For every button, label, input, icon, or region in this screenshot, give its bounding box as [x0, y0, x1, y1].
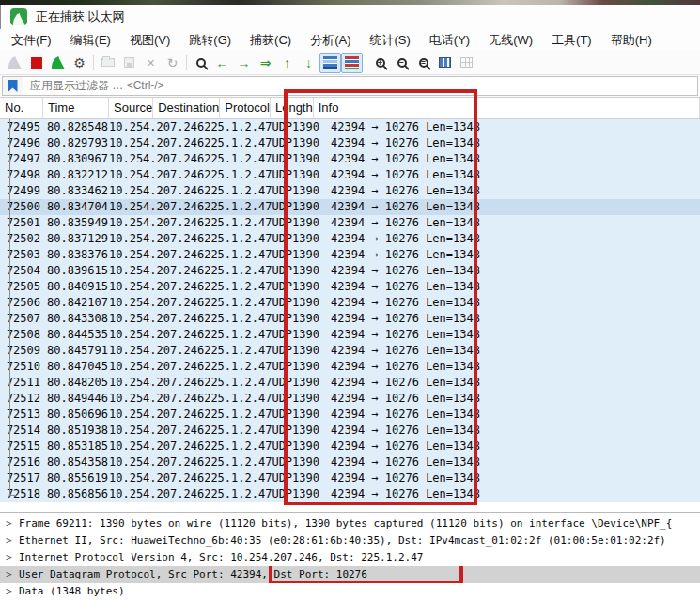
- wireshark-window: { "title_bar": { "title": "正在捕获 以太网" }, …: [0, 0, 700, 602]
- cell-protocol: UDP: [272, 231, 292, 247]
- cell-source: 10.254.207.246: [109, 295, 204, 311]
- packet-row[interactable]: 7250280.83712910.254.207.246225.1.2.47UD…: [0, 231, 700, 247]
- packet-row[interactable]: 7250480.83961510.254.207.246225.1.2.47UD…: [0, 263, 700, 279]
- cell-source: 10.254.207.246: [109, 423, 204, 439]
- column-header-info[interactable]: Info: [314, 98, 700, 118]
- menu-item[interactable]: 编辑(E): [61, 29, 120, 52]
- detail-line-ip[interactable]: >Internet Protocol Version 4, Src: 10.25…: [0, 549, 700, 566]
- zoom-out-button[interactable]: [391, 53, 412, 73]
- go-back-button[interactable]: ←: [211, 53, 233, 73]
- cell-no: 72497: [0, 151, 43, 167]
- cell-info: 42394 → 10276 Len=1348: [319, 247, 700, 263]
- go-back-icon: ←: [216, 56, 229, 69]
- menu-item[interactable]: 跳转(G): [179, 29, 241, 52]
- menu-item[interactable]: 视图(V): [120, 29, 179, 52]
- cell-length: 1390: [292, 407, 319, 423]
- expand-icon[interactable]: >: [6, 566, 19, 583]
- column-header-time[interactable]: Time: [43, 98, 109, 118]
- packet-row[interactable]: 7250680.84210710.254.207.246225.1.2.47UD…: [0, 295, 700, 311]
- packet-row[interactable]: 7250780.84330810.254.207.246225.1.2.47UD…: [0, 311, 700, 327]
- last-packet-button[interactable]: ↓: [298, 53, 319, 73]
- menu-item[interactable]: 电话(Y): [420, 29, 479, 52]
- column-header-source[interactable]: Source: [109, 98, 153, 118]
- expand-icon[interactable]: >: [6, 533, 19, 549]
- toolbar-separator: [186, 55, 187, 70]
- filter-bookmark-button[interactable]: [3, 77, 23, 95]
- packet-row[interactable]: 7250080.83470410.254.207.246225.1.2.47UD…: [0, 199, 700, 215]
- cell-protocol: UDP: [272, 423, 292, 439]
- packet-row[interactable]: 7249980.83346210.254.207.246225.1.2.47UD…: [0, 183, 700, 199]
- column-header-destination[interactable]: Destination: [153, 98, 220, 118]
- packet-row[interactable]: 7249880.83221210.254.207.246225.1.2.47UD…: [0, 167, 700, 183]
- wireshark-app-icon: [10, 8, 27, 25]
- cell-info: 42394 → 10276 Len=1348: [319, 407, 700, 423]
- packet-row[interactable]: 7250180.83594910.254.207.246225.1.2.47UD…: [0, 215, 700, 231]
- find-packet-icon: [196, 58, 206, 68]
- zoom-in-button[interactable]: [369, 53, 391, 73]
- cell-no: 72515: [0, 439, 43, 455]
- packet-row[interactable]: 7250880.84453510.254.207.246225.1.2.47UD…: [0, 327, 700, 343]
- cell-info: 42394 → 10276 Len=1348: [319, 311, 700, 327]
- auto-scroll-button[interactable]: [319, 53, 341, 73]
- capture-options-button[interactable]: ⚙: [69, 53, 90, 73]
- menu-item[interactable]: 捕获(C): [241, 29, 301, 52]
- display-filter-input[interactable]: 应用显示过滤器 … <Ctrl-/>: [2, 76, 698, 96]
- first-packet-button[interactable]: ↑: [276, 53, 298, 73]
- cell-info: 42394 → 10276 Len=1348: [319, 423, 700, 439]
- zoom-reset-button[interactable]: [412, 53, 434, 73]
- cell-no: 72500: [0, 199, 43, 215]
- packet-row[interactable]: 7251380.85069610.254.207.246225.1.2.47UD…: [0, 407, 700, 423]
- stop-capture-button[interactable]: [25, 53, 47, 73]
- packet-row[interactable]: 7249580.82854810.254.207.246225.1.2.47UD…: [0, 119, 700, 135]
- colorize-button[interactable]: [341, 53, 363, 73]
- expand-icon[interactable]: >: [6, 516, 19, 533]
- detail-line-frame[interactable]: >Frame 69211: 1390 bytes on wire (11120 …: [0, 516, 700, 533]
- menu-item[interactable]: 文件(F): [2, 29, 61, 52]
- zoom-in-icon: [376, 58, 385, 68]
- column-header-length[interactable]: Length: [271, 98, 314, 118]
- column-header-protocol[interactable]: Protocol: [220, 98, 271, 118]
- cell-no: 72498: [0, 167, 43, 183]
- close-file-button: ×: [140, 53, 162, 73]
- column-header-no[interactable]: No.: [0, 98, 43, 118]
- cell-info: 42394 → 10276 Len=1348: [319, 119, 700, 135]
- restart-capture-button[interactable]: [47, 53, 69, 73]
- detail-pane: >Frame 69211: 1390 bytes on wire (11120 …: [0, 512, 700, 602]
- packet-row[interactable]: 7251780.85561910.254.207.246225.1.2.47UD…: [0, 471, 700, 486]
- toolbar-separator: [366, 55, 366, 70]
- go-to-packet-button[interactable]: ⇒: [255, 53, 276, 73]
- resize-columns-button[interactable]: [434, 53, 456, 73]
- detail-line-ethernet[interactable]: >Ethernet II, Src: HuaweiTechno_6b:40:35…: [0, 533, 700, 549]
- title-bar: 正在捕获 以太网: [0, 5, 700, 29]
- detail-line-udp[interactable]: >User Datagram Protocol, Src Port: 42394…: [0, 566, 700, 583]
- packet-row[interactable]: 7250580.84091510.254.207.246225.1.2.47UD…: [0, 279, 700, 295]
- packet-row[interactable]: 7251080.84704510.254.207.246225.1.2.47UD…: [0, 359, 700, 375]
- menu-item[interactable]: 无线(W): [479, 29, 542, 52]
- packet-row[interactable]: 7249680.82979310.254.207.246225.1.2.47UD…: [0, 135, 700, 151]
- menu-item[interactable]: 统计(S): [360, 29, 419, 52]
- go-forward-button[interactable]: →: [233, 53, 255, 73]
- cell-length: 1390: [292, 375, 319, 391]
- packet-row[interactable]: 7251880.85685610.254.207.246225.1.2.47UD…: [0, 486, 700, 502]
- menu-bar: 文件(F)编辑(E)视图(V)跳转(G)捕获(C)分析(A)统计(S)电话(Y)…: [0, 29, 700, 51]
- packet-row[interactable]: 7251680.85435810.254.207.246225.1.2.47UD…: [0, 455, 700, 471]
- packet-row[interactable]: 7251580.85318510.254.207.246225.1.2.47UD…: [0, 439, 700, 455]
- cell-time: 80.843308: [43, 311, 109, 327]
- menu-item[interactable]: 分析(A): [301, 29, 360, 52]
- packet-row[interactable]: 7251180.84820510.254.207.246225.1.2.47UD…: [0, 375, 700, 391]
- packet-row[interactable]: 7251280.84944610.254.207.246225.1.2.47UD…: [0, 391, 700, 407]
- packet-row[interactable]: 7249780.83096710.254.207.246225.1.2.47UD…: [0, 151, 700, 167]
- menu-item[interactable]: 工具(T): [542, 29, 601, 52]
- zoom-out-icon: [397, 58, 407, 68]
- cell-time: 80.837129: [43, 231, 109, 247]
- cell-protocol: UDP: [272, 486, 292, 502]
- packet-row[interactable]: 7251480.85193810.254.207.246225.1.2.47UD…: [0, 423, 700, 439]
- cell-source: 10.254.207.246: [109, 359, 204, 375]
- menu-item[interactable]: 帮助(H): [601, 29, 661, 52]
- packet-row[interactable]: 7250980.84579110.254.207.246225.1.2.47UD…: [0, 343, 700, 359]
- detail-line-data[interactable]: >Data (1348 bytes): [0, 583, 700, 600]
- expand-icon[interactable]: >: [6, 549, 19, 566]
- find-packet-button[interactable]: [190, 53, 211, 73]
- packet-row[interactable]: 7250380.83837610.254.207.246225.1.2.47UD…: [0, 247, 700, 263]
- expand-icon[interactable]: >: [6, 583, 19, 600]
